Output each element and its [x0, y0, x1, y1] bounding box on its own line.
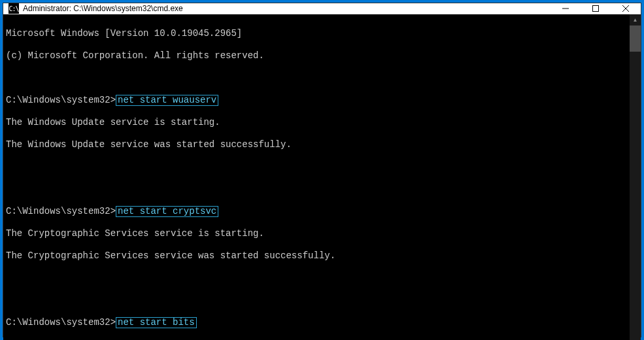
command-highlight: net start bits	[116, 317, 197, 328]
output-line: The Cryptographic Services service was s…	[6, 250, 627, 262]
maximize-icon	[592, 5, 599, 12]
cmd-icon: C:\	[8, 3, 19, 14]
header-line: Microsoft Windows [Version 10.0.19045.29…	[6, 28, 627, 39]
terminal-area: Microsoft Windows [Version 10.0.19045.29…	[3, 14, 641, 340]
prompt: C:\Windows\system32>	[6, 206, 116, 216]
output-line: The Cryptographic Services service is st…	[6, 228, 627, 239]
command-highlight: net start cryptsvc	[116, 206, 218, 217]
command-line: C:\Windows\system32>net start bits	[6, 317, 627, 328]
scrollbar-thumb[interactable]	[630, 26, 641, 52]
blank-line	[6, 184, 627, 195]
command-highlight: net start wuauserv	[116, 95, 218, 106]
header-line: (c) Microsoft Corporation. All rights re…	[6, 50, 627, 61]
window-title: Administrator: C:\Windows\system32\cmd.e…	[23, 4, 551, 13]
output-line: The Windows Update service is starting.	[6, 117, 627, 128]
cmd-window: C:\ Administrator: C:\Windows\system32\c…	[3, 3, 641, 337]
scroll-up-arrow-icon[interactable]: ▲	[630, 14, 641, 26]
terminal-output[interactable]: Microsoft Windows [Version 10.0.19045.29…	[3, 14, 630, 340]
close-icon	[622, 5, 629, 12]
blank-line	[6, 73, 627, 84]
minimize-button[interactable]	[551, 3, 581, 14]
minimize-icon	[562, 5, 569, 12]
svg-rect-1	[593, 6, 599, 12]
close-button[interactable]	[611, 3, 641, 14]
command-line: C:\Windows\system32>net start cryptsvc	[6, 206, 627, 217]
prompt: C:\Windows\system32>	[6, 95, 116, 105]
blank-line	[6, 295, 627, 306]
blank-line	[6, 273, 627, 284]
output-line: The Windows Update service was started s…	[6, 139, 627, 150]
window-controls	[551, 3, 641, 14]
maximize-button[interactable]	[581, 3, 611, 14]
titlebar[interactable]: C:\ Administrator: C:\Windows\system32\c…	[3, 3, 641, 14]
prompt: C:\Windows\system32>	[6, 317, 116, 328]
command-line: C:\Windows\system32>net start wuauserv	[6, 95, 627, 106]
vertical-scrollbar[interactable]: ▲ ▼	[630, 14, 641, 340]
blank-line	[6, 162, 627, 173]
